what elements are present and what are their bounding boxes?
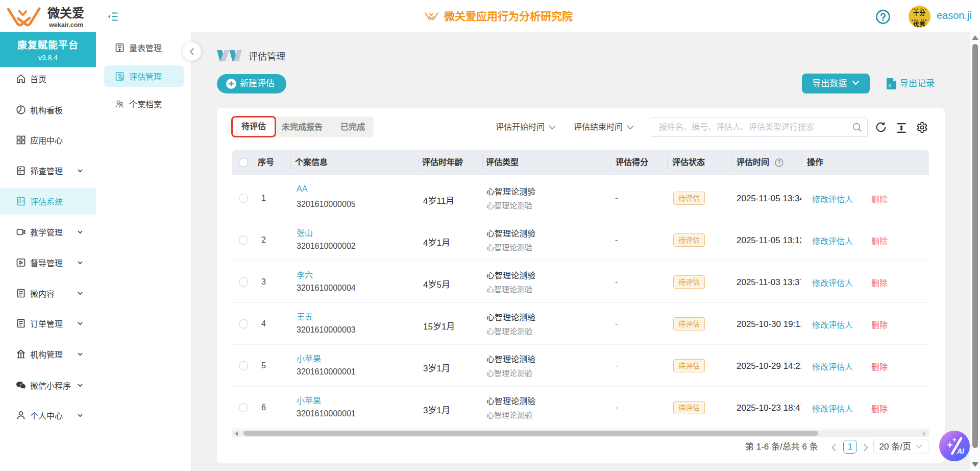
svg-text:x: x — [888, 82, 891, 88]
svg-text:AI: AI — [957, 447, 965, 455]
